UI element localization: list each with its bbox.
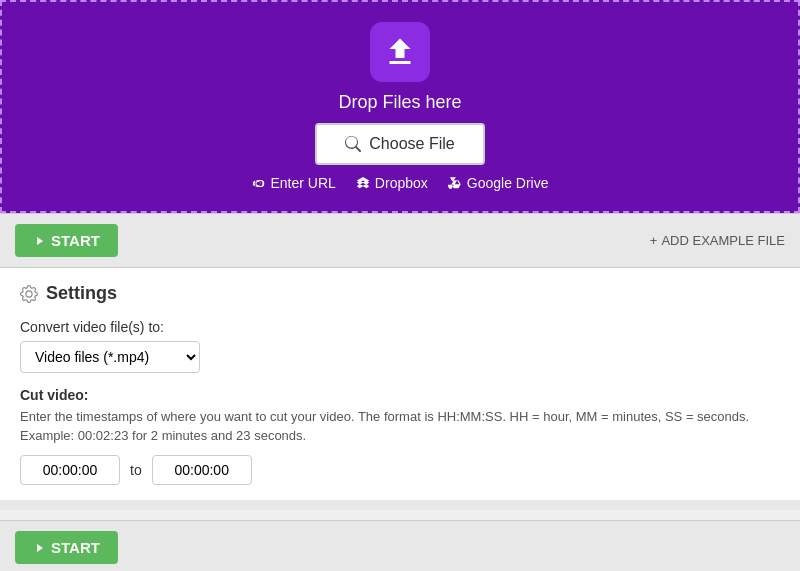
convert-label: Convert video file(s) to:	[20, 319, 780, 335]
dropbox-icon	[356, 176, 370, 190]
bottom-toolbar: START	[0, 520, 800, 571]
upload-icon	[370, 22, 430, 82]
drop-files-text: Drop Files here	[338, 92, 461, 113]
choose-file-button[interactable]: Choose File	[315, 123, 484, 165]
start-button-top[interactable]: START	[15, 224, 118, 257]
google-drive-link[interactable]: Google Drive	[448, 175, 549, 191]
search-icon	[345, 136, 361, 152]
upload-arrow-icon	[382, 34, 418, 70]
start-button-bottom[interactable]: START	[15, 531, 118, 564]
end-time-input[interactable]	[152, 455, 252, 485]
top-toolbar: START + ADD EXAMPLE FILE	[0, 213, 800, 268]
chevron-right-icon	[33, 235, 45, 247]
format-select[interactable]: Video files (*.mp4) Video files (*.avi) …	[20, 341, 200, 373]
cut-video-description: Enter the timestamps of where you want t…	[20, 409, 780, 424]
add-example-link[interactable]: + ADD EXAMPLE FILE	[650, 233, 785, 248]
link-icon	[252, 176, 266, 190]
settings-divider	[0, 500, 800, 510]
source-links: Enter URL Dropbox Google Drive	[252, 175, 549, 191]
format-group: Convert video file(s) to: Video files (*…	[20, 319, 780, 373]
settings-section: Settings Convert video file(s) to: Video…	[0, 268, 800, 500]
cut-video-title: Cut video:	[20, 387, 780, 403]
settings-gear-icon	[20, 285, 38, 303]
cut-video-example: Example: 00:02:23 for 2 minutes and 23 s…	[20, 428, 780, 443]
upload-area: Drop Files here Choose File Enter URL Dr…	[0, 0, 800, 213]
start-time-input[interactable]	[20, 455, 120, 485]
google-drive-icon	[448, 176, 462, 190]
dropbox-link[interactable]: Dropbox	[356, 175, 428, 191]
time-range: to	[20, 455, 780, 485]
cut-video-section: Cut video: Enter the timestamps of where…	[20, 387, 780, 485]
enter-url-link[interactable]: Enter URL	[252, 175, 336, 191]
time-to-label: to	[130, 462, 142, 478]
chevron-right-icon-bottom	[33, 542, 45, 554]
settings-header: Settings	[20, 283, 780, 304]
